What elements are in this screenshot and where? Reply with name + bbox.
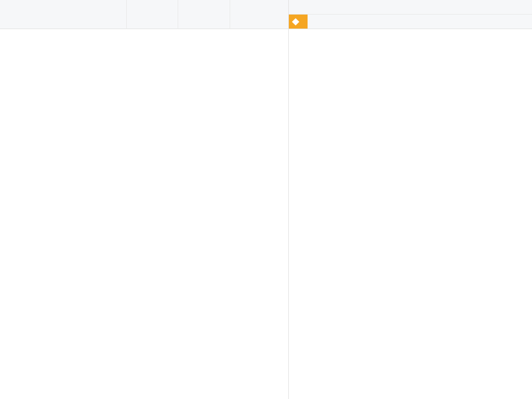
gantt-body[interactable]	[289, 29, 532, 399]
important-date-marker[interactable]	[289, 15, 308, 29]
task-table	[0, 0, 289, 399]
table-body	[0, 29, 288, 399]
col-header-name[interactable]	[0, 0, 127, 29]
diamond-icon	[292, 18, 299, 25]
gantt-panel	[289, 0, 532, 399]
col-header-duration[interactable]	[178, 0, 230, 29]
gantt-header	[289, 0, 532, 29]
table-header-row	[0, 0, 288, 29]
col-header-add[interactable]	[230, 0, 288, 29]
col-header-start[interactable]	[127, 0, 179, 29]
